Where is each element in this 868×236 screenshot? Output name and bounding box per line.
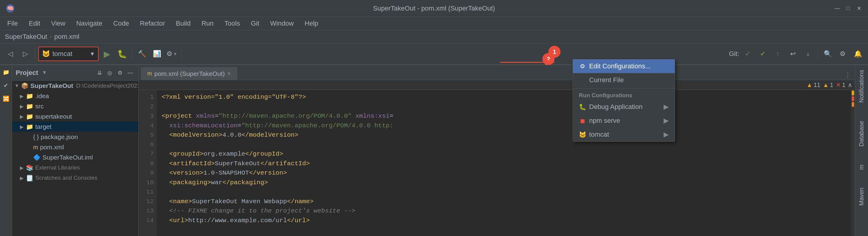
menu-run[interactable]: Run xyxy=(196,19,218,29)
minimize-button[interactable]: — xyxy=(833,4,841,13)
line-num-4: 4 xyxy=(139,121,154,131)
debug-button[interactable]: 🐛 xyxy=(116,47,129,61)
warning-count[interactable]: ▲ 11 xyxy=(806,81,820,89)
project-panel: Project ▼ ⇊ ◎ ⚙ — ▼ 📦 SuperTakeOut D:\Co… xyxy=(12,65,139,236)
run-button[interactable]: ▶ xyxy=(100,47,114,61)
folder-module-icon: 📦 xyxy=(21,82,29,90)
line-num-5: 5 xyxy=(139,130,154,140)
bracket-5c: </ xyxy=(242,130,249,140)
tag-artifactid: artifactId xyxy=(173,159,211,169)
dropdown-edit-config[interactable]: ⚙ Edit Configurations... xyxy=(573,59,675,73)
menu-file[interactable]: File xyxy=(2,19,23,29)
menu-code[interactable]: Code xyxy=(108,19,134,29)
code-line-10: <packaging>war</packaging> xyxy=(162,178,846,188)
tab-pom-xml[interactable]: m pom.xml (SuperTakeOut) ✕ xyxy=(141,67,237,80)
tree-item-iml[interactable]: 🔷 SuperTakeOut.iml xyxy=(12,152,138,163)
panel-close-button[interactable]: — xyxy=(126,68,135,77)
tag-project: project xyxy=(165,111,192,121)
sidebar-tab-maven[interactable]: Maven xyxy=(857,185,866,208)
tree-item-external-libs[interactable]: ▶ 📚 External Libraries xyxy=(12,163,138,173)
menu-tools[interactable]: Tools xyxy=(220,19,245,29)
main-layout: 📁 ✔ 🔀 Project ▼ ⇊ ◎ ⚙ — ▼ 📦 SuperTakeOut… xyxy=(0,65,868,236)
sidebar-project-icon[interactable]: 📁 xyxy=(1,67,11,77)
menu-help[interactable]: Help xyxy=(300,19,323,29)
menu-edit[interactable]: Edit xyxy=(24,19,45,29)
panel-locate-button[interactable]: ◎ xyxy=(105,68,114,77)
dropdown-tomcat[interactable]: 🐱 tomcat ▶ xyxy=(573,128,675,141)
git-update-button[interactable]: ✓ xyxy=(741,47,754,61)
sidebar-tab-database[interactable]: Database xyxy=(857,118,866,149)
npm-serve-label: npm serve xyxy=(589,117,620,125)
str-4a: "http://maven.apache.org/POM/4.0.0 http: xyxy=(242,121,394,131)
panel-collapse-all-button[interactable]: ⇊ xyxy=(95,68,104,77)
tree-item-src[interactable]: ▶ 📁 src xyxy=(12,101,138,111)
breadcrumb-project[interactable]: SuperTakeOut xyxy=(5,33,47,41)
menu-git[interactable]: Git xyxy=(246,19,264,29)
tab-close-button[interactable]: ✕ xyxy=(227,71,231,76)
dropdown-debug-app[interactable]: 🐛 Debug Application ▶ xyxy=(573,100,675,114)
code-content[interactable]: <?xml version="1.0" encoding="UTF-8"?> <… xyxy=(157,90,851,236)
text-14a xyxy=(162,216,169,226)
root-label: SuperTakeOut xyxy=(30,82,73,90)
text-modelver: 4.0.0 xyxy=(222,130,242,140)
bracket-7a: < xyxy=(169,149,173,159)
tree-toggle-ext: ▶ xyxy=(19,165,24,171)
tree-item-pom-xml[interactable]: m pom.xml xyxy=(12,142,138,152)
toolbar-back-button[interactable]: ◁ xyxy=(4,47,17,61)
breadcrumb-file[interactable]: pom.xml xyxy=(54,33,79,41)
line-num-1: 1 xyxy=(139,92,154,102)
toolbar-build-button[interactable]: 🔨 xyxy=(135,47,148,61)
menu-build[interactable]: Build xyxy=(171,19,195,29)
toolbar-coverage-button[interactable]: 📊 xyxy=(150,47,163,61)
git-history-button[interactable]: ↓ xyxy=(801,47,815,61)
error-count-2[interactable]: ✕ 1 xyxy=(836,81,845,89)
tag-modelver-close: modelVersion xyxy=(249,130,294,140)
toolbar-forward-button[interactable]: ▷ xyxy=(19,47,32,61)
close-button[interactable]: ✕ xyxy=(855,4,863,13)
git-commit-button[interactable]: ✔ xyxy=(756,47,769,61)
attr-xmlns-xsi: xmlns:xsi xyxy=(355,111,390,121)
code-line-14: <url>http://www.example.com/url</url> xyxy=(162,216,846,226)
menu-navigate[interactable]: Navigate xyxy=(71,19,107,29)
git-rollback-button[interactable]: ↩ xyxy=(786,47,800,61)
tree-item-package-json[interactable]: { } package.json xyxy=(12,132,138,142)
sidebar-tab-m[interactable]: m xyxy=(857,162,866,172)
tag-name-close: name xyxy=(294,197,310,206)
git-push-button[interactable]: ↑ xyxy=(771,47,784,61)
text-3b: = xyxy=(215,111,219,121)
tree-item-scratches[interactable]: ▶ 🗒️ Scratches and Consoles xyxy=(12,173,138,183)
toolbar-profile-button[interactable]: ⚙ ▼ xyxy=(165,47,179,61)
notifications-button[interactable]: 🔔 xyxy=(851,47,864,61)
tag-packaging-close: packaging xyxy=(230,178,264,188)
folder-target-icon: 📁 xyxy=(26,123,33,130)
dropdown-arrow-icon: ▼ xyxy=(90,51,95,57)
dropdown-current-file[interactable]: Current File xyxy=(573,73,675,87)
tree-item-supertakeout[interactable]: ▶ 📁 supertakeout xyxy=(12,111,138,122)
edit-config-label: Edit Configurations... xyxy=(589,62,651,70)
tomcat-arrow-icon: ▶ xyxy=(663,131,669,138)
maximize-button[interactable]: □ xyxy=(844,4,852,13)
error-count-1[interactable]: ▲ 1 xyxy=(823,81,833,89)
dropdown-npm-serve[interactable]: ◼ npm serve ▶ xyxy=(573,114,675,128)
expand-icon[interactable]: ∧ xyxy=(848,81,852,89)
sidebar-tab-notifications[interactable]: Notifications xyxy=(857,67,866,105)
menu-refactor[interactable]: Refactor xyxy=(135,19,170,29)
tree-item-idea[interactable]: ▶ 📁 .idea xyxy=(12,91,138,101)
tree-root[interactable]: ▼ 📦 SuperTakeOut D:\Code\ideaProject2021… xyxy=(12,81,138,91)
sidebar-vcs-icon[interactable]: 🔀 xyxy=(1,94,11,104)
tab-overflow-button[interactable]: ⋮ xyxy=(843,71,852,80)
breadcrumb-sep-1: › xyxy=(50,33,52,41)
menu-view[interactable]: View xyxy=(46,19,70,29)
sidebar-commit-icon[interactable]: ✔ xyxy=(1,81,11,90)
tree-item-target[interactable]: ▶ 📁 target xyxy=(12,122,138,132)
toolbar-separator-1 xyxy=(35,49,35,59)
bracket-3a: < xyxy=(162,111,165,121)
panel-options-button[interactable]: ⚙ xyxy=(116,68,125,77)
panel-dropdown-icon[interactable]: ▼ xyxy=(42,70,47,76)
menu-window[interactable]: Window xyxy=(265,19,299,29)
settings-button[interactable]: ⚙ xyxy=(836,47,849,61)
error-gutter xyxy=(851,90,855,236)
search-everywhere-button[interactable]: 🔍 xyxy=(821,47,834,61)
run-config-selector[interactable]: 🐱 tomcat ▼ xyxy=(38,47,99,61)
json-icon: { } xyxy=(33,134,39,141)
